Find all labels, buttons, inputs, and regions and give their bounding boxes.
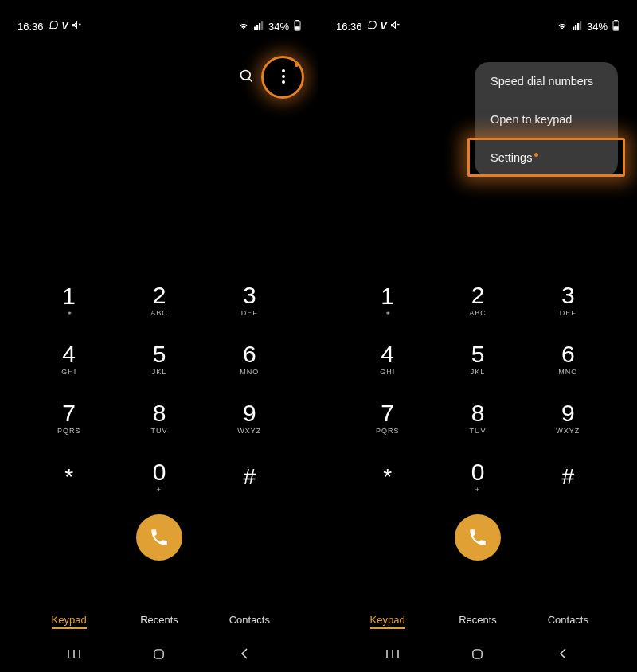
svg-rect-5 <box>296 20 299 21</box>
dialer-keypad: 1⚭ 2ABC 3DEF 4GHI 5JKL 6MNO 7PQRS 8TUV 9… <box>0 271 318 561</box>
status-icons-left: V <box>49 20 82 33</box>
tab-contacts[interactable]: Contacts <box>205 608 295 632</box>
svg-rect-19 <box>580 21 581 29</box>
status-icons-left: V <box>367 20 401 33</box>
android-nav-bar <box>0 642 318 666</box>
more-options-button[interactable] <box>272 65 295 88</box>
status-left: 16:36 V <box>18 20 82 33</box>
nav-home-button[interactable] <box>436 642 521 666</box>
key-5[interactable]: 5JKL <box>432 330 522 389</box>
status-bar: 16:36 V 34% <box>318 14 637 38</box>
wifi-icon <box>557 21 568 33</box>
key-3[interactable]: 3DEF <box>523 271 613 330</box>
svg-rect-6 <box>295 26 299 29</box>
status-right: 34% <box>238 20 301 33</box>
signal-icon <box>573 21 582 33</box>
bottom-tabs: Keypad Recents Contacts <box>318 608 637 632</box>
wifi-icon <box>238 21 249 33</box>
key-9[interactable]: 9WXYZ <box>523 389 613 447</box>
tab-keypad[interactable]: Keypad <box>342 608 432 632</box>
android-nav-bar <box>318 642 637 666</box>
battery-text: 34% <box>587 21 608 33</box>
call-button[interactable] <box>136 514 182 561</box>
svg-rect-0 <box>254 26 256 30</box>
key-7[interactable]: 7PQRS <box>342 389 432 447</box>
key-5[interactable]: 5JKL <box>114 330 204 389</box>
key-2[interactable]: 2ABC <box>432 271 522 330</box>
tab-keypad[interactable]: Keypad <box>24 608 114 632</box>
key-hash[interactable]: # <box>205 447 295 506</box>
svg-rect-15 <box>154 649 163 658</box>
svg-rect-18 <box>577 23 579 30</box>
tab-recents[interactable]: Recents <box>432 608 522 632</box>
call-button[interactable] <box>455 514 501 561</box>
key-8[interactable]: 8TUV <box>114 389 204 447</box>
key-6[interactable]: 6MNO <box>205 330 295 389</box>
tab-contacts[interactable]: Contacts <box>523 608 613 632</box>
svg-point-11 <box>282 80 285 84</box>
battery-text: 34% <box>268 21 289 33</box>
nav-back-button[interactable] <box>520 642 605 666</box>
nav-home-button[interactable] <box>117 642 202 666</box>
svg-rect-26 <box>473 649 482 658</box>
svg-rect-21 <box>615 20 618 21</box>
status-time: 16:36 <box>18 21 44 33</box>
phone-screen-right: 16:36 V 34% Speed dial numbers Open to k… <box>318 0 637 672</box>
search-button[interactable] <box>236 65 258 88</box>
signal-icon <box>254 21 264 33</box>
key-4[interactable]: 4GHI <box>342 330 432 389</box>
key-star[interactable]: * <box>24 447 114 506</box>
key-star[interactable]: * <box>342 447 432 506</box>
v-icon: V <box>381 21 387 32</box>
v-icon: V <box>62 21 68 32</box>
nav-back-button[interactable] <box>201 642 287 666</box>
top-action-row <box>236 65 295 88</box>
battery-icon <box>294 20 301 33</box>
nav-recents-button[interactable] <box>350 642 436 666</box>
battery-icon <box>612 20 619 33</box>
key-8[interactable]: 8TUV <box>432 389 522 447</box>
svg-point-7 <box>241 71 251 80</box>
whatsapp-icon <box>367 20 377 33</box>
key-1[interactable]: 1⚭ <box>24 271 114 330</box>
svg-point-10 <box>282 75 285 78</box>
dialer-keypad: 1⚭ 2ABC 3DEF 4GHI 5JKL 6MNO 7PQRS 8TUV 9… <box>318 271 637 561</box>
whatsapp-icon <box>49 20 59 33</box>
bottom-tabs: Keypad Recents Contacts <box>0 608 318 632</box>
notification-dot-icon <box>295 63 299 67</box>
mute-icon <box>72 20 82 33</box>
status-time: 16:36 <box>336 21 362 33</box>
voicemail-icon: ⚭ <box>67 310 72 317</box>
svg-line-8 <box>249 79 252 82</box>
options-menu-popup: Speed dial numbers Open to keypad Settin… <box>475 62 618 177</box>
key-3[interactable]: 3DEF <box>205 271 295 330</box>
key-0[interactable]: 0+ <box>114 447 204 506</box>
tab-recents[interactable]: Recents <box>114 608 204 632</box>
menu-item-speed-dial[interactable]: Speed dial numbers <box>475 62 618 100</box>
svg-rect-17 <box>575 25 576 30</box>
mute-icon <box>390 20 401 33</box>
voicemail-icon: ⚭ <box>385 310 390 317</box>
key-7[interactable]: 7PQRS <box>24 389 114 447</box>
menu-item-open-keypad[interactable]: Open to keypad <box>475 100 618 139</box>
svg-rect-16 <box>573 26 574 30</box>
svg-rect-3 <box>261 21 263 29</box>
svg-point-9 <box>282 69 285 72</box>
status-bar: 16:36 V 34% <box>0 14 318 38</box>
status-left: 16:36 V <box>336 20 401 33</box>
key-6[interactable]: 6MNO <box>523 330 613 389</box>
key-1[interactable]: 1⚭ <box>342 271 432 330</box>
status-right: 34% <box>557 20 619 33</box>
svg-rect-22 <box>614 26 618 29</box>
key-4[interactable]: 4GHI <box>24 330 114 389</box>
menu-item-settings[interactable]: Settings <box>475 139 618 177</box>
key-9[interactable]: 9WXYZ <box>205 389 295 447</box>
key-2[interactable]: 2ABC <box>114 271 204 330</box>
key-0[interactable]: 0+ <box>432 447 522 506</box>
svg-rect-2 <box>259 23 260 30</box>
phone-screen-left: 16:36 V 34% 1⚭ 2ABC 3DEF <box>0 0 318 672</box>
notification-dot-icon <box>534 153 538 157</box>
nav-recents-button[interactable] <box>32 642 117 666</box>
key-hash[interactable]: # <box>523 447 613 506</box>
svg-rect-1 <box>256 25 258 30</box>
